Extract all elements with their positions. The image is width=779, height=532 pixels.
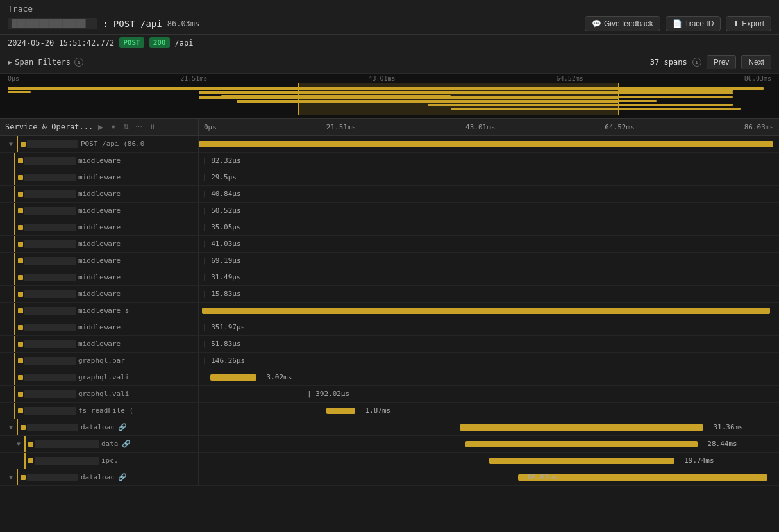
span-row[interactable]: graphql.vali 3.02ms	[0, 369, 779, 386]
span-row[interactable]: middleware | 82.32μs	[0, 153, 779, 169]
span-service	[24, 340, 76, 348]
trace-table-container[interactable]: Service & Operat... ▶ ▼ ⇅ ⋯ ⏸ 0μs 21.51m…	[0, 119, 779, 532]
span-label[interactable]: middleware	[0, 236, 199, 252]
span-row[interactable]: graphql.vali | 392.02μs	[0, 386, 779, 403]
span-service	[24, 174, 76, 181]
span-toggle[interactable]: ▼	[14, 440, 23, 449]
span-row[interactable]: middleware | 50.52μs	[0, 203, 779, 219]
span-timeline: | 41.03μs	[199, 236, 779, 252]
span-label[interactable]: middleware s	[0, 303, 199, 319]
span-row[interactable]: middleware | 31.49μs	[0, 269, 779, 286]
span-label[interactable]: middleware	[0, 203, 199, 219]
span-label[interactable]: graphql.vali	[0, 386, 199, 402]
span-label[interactable]: middleware	[0, 169, 199, 185]
trace-title: Trace	[8, 4, 771, 13]
span-row[interactable]: middleware | 351.97μs	[0, 319, 779, 336]
span-label[interactable]: ▼ POST /api (86.0	[0, 136, 199, 152]
spans-info-icon[interactable]: i	[692, 58, 701, 67]
span-vline	[14, 269, 15, 285]
trace-id-button[interactable]: 📄 Trace ID	[666, 16, 721, 31]
give-feedback-button[interactable]: 💬 Give feedback	[585, 16, 660, 31]
span-row[interactable]: middleware | 69.19μs	[0, 253, 779, 269]
filter-right: 37 spans i Prev Next	[650, 55, 771, 69]
span-row[interactable]: middleware s	[0, 303, 779, 319]
trace-table-header: Service & Operat... ▶ ▼ ⇅ ⋯ ⏸ 0μs 21.51m…	[0, 119, 779, 136]
span-label[interactable]: ▼ data 🔗	[0, 436, 199, 452]
span-op: middleware s	[78, 306, 129, 315]
span-row[interactable]: ▼ dataloac 🔗 31.36ms	[0, 419, 779, 436]
span-service	[24, 357, 76, 365]
span-service	[24, 257, 76, 265]
span-filters-toggle[interactable]: ▶ Span Filters	[8, 58, 71, 67]
span-row[interactable]: fs readFile ( 1.87ms	[0, 403, 779, 419]
span-bar-wrapper: 1.87ms	[199, 403, 779, 419]
export-button[interactable]: ⬆ Export	[726, 16, 771, 31]
expand-all-button[interactable]: ▶	[97, 123, 105, 131]
more-options-button[interactable]: ⋯	[134, 123, 144, 131]
span-op: middleware	[78, 256, 121, 265]
span-bar	[465, 441, 698, 447]
span-label[interactable]: fs readFile (	[0, 403, 199, 419]
span-label[interactable]: middleware	[0, 286, 199, 302]
span-dot	[18, 408, 23, 413]
pause-button[interactable]: ⏸	[147, 123, 157, 131]
span-vline	[14, 236, 15, 252]
span-op: middleware	[78, 340, 121, 348]
span-row[interactable]: middleware | 29.5μs	[0, 169, 779, 186]
span-row[interactable]: middleware | 51.83μs	[0, 336, 779, 353]
span-duration: | 40.84μs	[203, 190, 241, 198]
span-label[interactable]: graphql.par	[0, 353, 199, 369]
span-label[interactable]: graphql.vali	[0, 369, 199, 385]
span-row[interactable]: middleware | 15.83μs	[0, 286, 779, 303]
span-duration: | 51.83μs	[203, 340, 241, 348]
filter-left: ▶ Span Filters i	[8, 58, 83, 67]
span-filters-info-icon[interactable]: i	[74, 58, 83, 67]
span-op: fs readFile (	[78, 406, 133, 415]
span-toggle[interactable]: ▼	[6, 423, 15, 432]
span-toggle[interactable]: ▼	[6, 473, 15, 482]
span-timeline: 3.02ms	[199, 369, 779, 385]
span-service	[24, 290, 76, 298]
span-row[interactable]: middleware | 41.03μs	[0, 236, 779, 253]
span-timeline: 31.36ms	[199, 419, 779, 435]
span-vline	[14, 153, 15, 169]
span-row[interactable]: middleware | 35.05μs	[0, 219, 779, 236]
span-dot	[18, 225, 23, 230]
span-vline	[14, 286, 15, 302]
timeline-overview: 0μs 21.51ms 43.01ms 64.52ms 86.03ms	[0, 74, 779, 119]
span-row[interactable]: middleware | 40.84μs	[0, 186, 779, 203]
span-label[interactable]: middleware	[0, 319, 199, 335]
span-op: middleware	[78, 190, 121, 198]
feedback-icon: 💬	[592, 19, 601, 28]
span-label[interactable]: middleware	[0, 186, 199, 202]
span-label[interactable]: ▼ dataloac 🔗	[0, 419, 199, 435]
span-label[interactable]: ipc.	[0, 453, 199, 469]
span-duration: | 31.49μs	[203, 273, 241, 281]
status-badge: 200	[149, 37, 170, 48]
span-timeline: | 31.49μs	[199, 269, 779, 285]
span-bar-wrapper: 66.62ms	[199, 469, 779, 485]
sort-button[interactable]: ⇅	[122, 123, 130, 131]
span-label[interactable]: middleware	[0, 219, 199, 235]
span-op: dataloac	[81, 473, 115, 481]
span-row[interactable]: ipc. 19.74ms	[0, 453, 779, 469]
span-duration: | 392.02μs	[307, 390, 349, 398]
span-row[interactable]: graphql.par | 146.26μs	[0, 353, 779, 369]
collapse-all-button[interactable]: ▼	[108, 123, 118, 131]
span-label[interactable]: ▼ dataloac 🔗	[0, 469, 199, 485]
next-button[interactable]: Next	[741, 55, 771, 69]
span-toggle[interactable]: ▼	[6, 140, 15, 149]
span-label[interactable]: middleware	[0, 153, 199, 169]
span-label[interactable]: middleware	[0, 269, 199, 285]
span-duration: 28.44ms	[707, 440, 737, 448]
span-vline	[14, 186, 15, 202]
span-duration: | 351.97μs	[203, 323, 245, 331]
span-row[interactable]: ▼ data 🔗 28.44ms	[0, 436, 779, 453]
prev-button[interactable]: Prev	[707, 55, 737, 69]
span-row[interactable]: ▼ dataloac 🔗 66.62ms	[0, 469, 779, 486]
span-bar	[489, 458, 675, 464]
span-label[interactable]: middleware	[0, 253, 199, 269]
span-timeline: | 15.83μs	[199, 286, 779, 302]
span-row[interactable]: ▼ POST /api (86.0	[0, 136, 779, 153]
span-label[interactable]: middleware	[0, 336, 199, 352]
